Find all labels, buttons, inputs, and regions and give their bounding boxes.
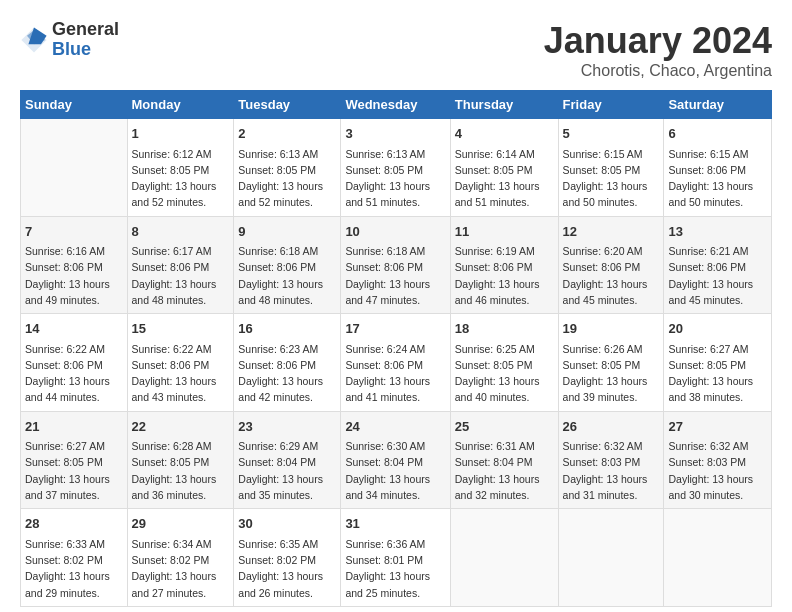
calendar-cell: 19Sunrise: 6:26 AM Sunset: 8:05 PM Dayli… (558, 314, 664, 412)
calendar-week-row: 28Sunrise: 6:33 AM Sunset: 8:02 PM Dayli… (21, 509, 772, 607)
location: Chorotis, Chaco, Argentina (544, 62, 772, 80)
weekday-header-row: SundayMondayTuesdayWednesdayThursdayFrid… (21, 91, 772, 119)
day-number: 2 (238, 124, 336, 144)
calendar-cell: 25Sunrise: 6:31 AM Sunset: 8:04 PM Dayli… (450, 411, 558, 509)
calendar-cell: 8Sunrise: 6:17 AM Sunset: 8:06 PM Daylig… (127, 216, 234, 314)
weekday-header: Monday (127, 91, 234, 119)
day-number: 11 (455, 222, 554, 242)
day-number: 23 (238, 417, 336, 437)
day-number: 9 (238, 222, 336, 242)
day-info: Sunrise: 6:21 AM Sunset: 8:06 PM Dayligh… (668, 243, 767, 308)
day-info: Sunrise: 6:33 AM Sunset: 8:02 PM Dayligh… (25, 536, 123, 601)
calendar-table: SundayMondayTuesdayWednesdayThursdayFrid… (20, 90, 772, 607)
calendar-cell: 2Sunrise: 6:13 AM Sunset: 8:05 PM Daylig… (234, 119, 341, 217)
calendar-cell: 5Sunrise: 6:15 AM Sunset: 8:05 PM Daylig… (558, 119, 664, 217)
day-info: Sunrise: 6:20 AM Sunset: 8:06 PM Dayligh… (563, 243, 660, 308)
day-info: Sunrise: 6:34 AM Sunset: 8:02 PM Dayligh… (132, 536, 230, 601)
day-number: 3 (345, 124, 445, 144)
title-area: January 2024 Chorotis, Chaco, Argentina (544, 20, 772, 80)
logo: General Blue (20, 20, 119, 60)
calendar-cell: 12Sunrise: 6:20 AM Sunset: 8:06 PM Dayli… (558, 216, 664, 314)
calendar-week-row: 21Sunrise: 6:27 AM Sunset: 8:05 PM Dayli… (21, 411, 772, 509)
calendar-cell: 13Sunrise: 6:21 AM Sunset: 8:06 PM Dayli… (664, 216, 772, 314)
day-info: Sunrise: 6:16 AM Sunset: 8:06 PM Dayligh… (25, 243, 123, 308)
day-number: 24 (345, 417, 445, 437)
day-number: 17 (345, 319, 445, 339)
day-number: 20 (668, 319, 767, 339)
day-number: 16 (238, 319, 336, 339)
day-info: Sunrise: 6:23 AM Sunset: 8:06 PM Dayligh… (238, 341, 336, 406)
day-info: Sunrise: 6:12 AM Sunset: 8:05 PM Dayligh… (132, 146, 230, 211)
day-number: 15 (132, 319, 230, 339)
calendar-week-row: 7Sunrise: 6:16 AM Sunset: 8:06 PM Daylig… (21, 216, 772, 314)
day-number: 4 (455, 124, 554, 144)
day-info: Sunrise: 6:17 AM Sunset: 8:06 PM Dayligh… (132, 243, 230, 308)
day-info: Sunrise: 6:32 AM Sunset: 8:03 PM Dayligh… (563, 438, 660, 503)
calendar-cell (558, 509, 664, 607)
calendar-cell: 20Sunrise: 6:27 AM Sunset: 8:05 PM Dayli… (664, 314, 772, 412)
day-info: Sunrise: 6:18 AM Sunset: 8:06 PM Dayligh… (345, 243, 445, 308)
day-info: Sunrise: 6:26 AM Sunset: 8:05 PM Dayligh… (563, 341, 660, 406)
logo-icon (20, 26, 48, 54)
day-info: Sunrise: 6:15 AM Sunset: 8:05 PM Dayligh… (563, 146, 660, 211)
day-number: 14 (25, 319, 123, 339)
day-info: Sunrise: 6:35 AM Sunset: 8:02 PM Dayligh… (238, 536, 336, 601)
calendar-cell: 14Sunrise: 6:22 AM Sunset: 8:06 PM Dayli… (21, 314, 128, 412)
day-number: 12 (563, 222, 660, 242)
calendar-cell: 16Sunrise: 6:23 AM Sunset: 8:06 PM Dayli… (234, 314, 341, 412)
day-number: 5 (563, 124, 660, 144)
header: General Blue January 2024 Chorotis, Chac… (20, 20, 772, 80)
calendar-cell: 10Sunrise: 6:18 AM Sunset: 8:06 PM Dayli… (341, 216, 450, 314)
day-info: Sunrise: 6:36 AM Sunset: 8:01 PM Dayligh… (345, 536, 445, 601)
calendar-cell: 17Sunrise: 6:24 AM Sunset: 8:06 PM Dayli… (341, 314, 450, 412)
day-number: 25 (455, 417, 554, 437)
calendar-cell: 27Sunrise: 6:32 AM Sunset: 8:03 PM Dayli… (664, 411, 772, 509)
day-number: 7 (25, 222, 123, 242)
month-title: January 2024 (544, 20, 772, 62)
day-number: 1 (132, 124, 230, 144)
day-number: 22 (132, 417, 230, 437)
day-info: Sunrise: 6:22 AM Sunset: 8:06 PM Dayligh… (132, 341, 230, 406)
day-number: 6 (668, 124, 767, 144)
day-info: Sunrise: 6:25 AM Sunset: 8:05 PM Dayligh… (455, 341, 554, 406)
day-number: 29 (132, 514, 230, 534)
weekday-header: Wednesday (341, 91, 450, 119)
calendar-cell: 7Sunrise: 6:16 AM Sunset: 8:06 PM Daylig… (21, 216, 128, 314)
calendar-cell: 23Sunrise: 6:29 AM Sunset: 8:04 PM Dayli… (234, 411, 341, 509)
calendar-cell: 3Sunrise: 6:13 AM Sunset: 8:05 PM Daylig… (341, 119, 450, 217)
day-number: 18 (455, 319, 554, 339)
day-info: Sunrise: 6:30 AM Sunset: 8:04 PM Dayligh… (345, 438, 445, 503)
day-info: Sunrise: 6:31 AM Sunset: 8:04 PM Dayligh… (455, 438, 554, 503)
calendar-cell: 22Sunrise: 6:28 AM Sunset: 8:05 PM Dayli… (127, 411, 234, 509)
day-info: Sunrise: 6:27 AM Sunset: 8:05 PM Dayligh… (25, 438, 123, 503)
calendar-cell: 15Sunrise: 6:22 AM Sunset: 8:06 PM Dayli… (127, 314, 234, 412)
calendar-week-row: 1Sunrise: 6:12 AM Sunset: 8:05 PM Daylig… (21, 119, 772, 217)
calendar-cell: 30Sunrise: 6:35 AM Sunset: 8:02 PM Dayli… (234, 509, 341, 607)
day-number: 19 (563, 319, 660, 339)
weekday-header: Saturday (664, 91, 772, 119)
day-number: 26 (563, 417, 660, 437)
day-info: Sunrise: 6:28 AM Sunset: 8:05 PM Dayligh… (132, 438, 230, 503)
calendar-cell: 4Sunrise: 6:14 AM Sunset: 8:05 PM Daylig… (450, 119, 558, 217)
calendar-cell: 31Sunrise: 6:36 AM Sunset: 8:01 PM Dayli… (341, 509, 450, 607)
day-info: Sunrise: 6:22 AM Sunset: 8:06 PM Dayligh… (25, 341, 123, 406)
calendar-cell: 28Sunrise: 6:33 AM Sunset: 8:02 PM Dayli… (21, 509, 128, 607)
logo-text: General Blue (52, 20, 119, 60)
calendar-cell: 11Sunrise: 6:19 AM Sunset: 8:06 PM Dayli… (450, 216, 558, 314)
day-number: 8 (132, 222, 230, 242)
weekday-header: Sunday (21, 91, 128, 119)
calendar-cell: 26Sunrise: 6:32 AM Sunset: 8:03 PM Dayli… (558, 411, 664, 509)
day-info: Sunrise: 6:19 AM Sunset: 8:06 PM Dayligh… (455, 243, 554, 308)
calendar-week-row: 14Sunrise: 6:22 AM Sunset: 8:06 PM Dayli… (21, 314, 772, 412)
day-info: Sunrise: 6:29 AM Sunset: 8:04 PM Dayligh… (238, 438, 336, 503)
day-info: Sunrise: 6:13 AM Sunset: 8:05 PM Dayligh… (345, 146, 445, 211)
day-number: 28 (25, 514, 123, 534)
day-info: Sunrise: 6:18 AM Sunset: 8:06 PM Dayligh… (238, 243, 336, 308)
day-number: 30 (238, 514, 336, 534)
day-info: Sunrise: 6:27 AM Sunset: 8:05 PM Dayligh… (668, 341, 767, 406)
calendar-cell: 9Sunrise: 6:18 AM Sunset: 8:06 PM Daylig… (234, 216, 341, 314)
day-number: 31 (345, 514, 445, 534)
calendar-cell: 21Sunrise: 6:27 AM Sunset: 8:05 PM Dayli… (21, 411, 128, 509)
day-number: 10 (345, 222, 445, 242)
day-info: Sunrise: 6:15 AM Sunset: 8:06 PM Dayligh… (668, 146, 767, 211)
